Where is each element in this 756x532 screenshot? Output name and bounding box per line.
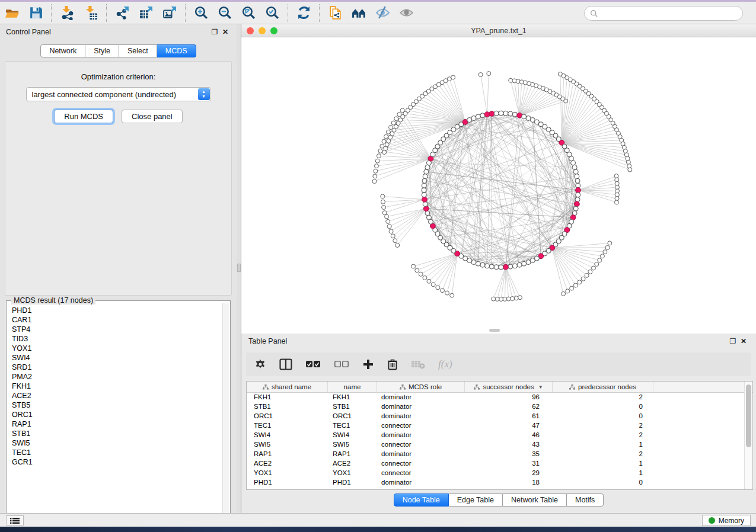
table-vscrollbar[interactable] bbox=[744, 382, 752, 489]
table-cell[interactable]: 29 bbox=[465, 469, 553, 478]
table-cell[interactable]: TEC1 bbox=[328, 421, 377, 431]
mcds-result-item[interactable]: ORC1 bbox=[12, 410, 222, 419]
table-cell[interactable]: ORC1 bbox=[328, 412, 377, 421]
table-cell[interactable]: connector bbox=[377, 459, 465, 469]
import-table-button[interactable] bbox=[79, 4, 103, 23]
table-cell[interactable]: ACE2 bbox=[247, 459, 328, 469]
tab-motifs[interactable]: Motifs bbox=[567, 493, 604, 507]
mcds-result-item[interactable]: PHD1 bbox=[12, 306, 222, 315]
mcds-result-item[interactable]: SWI4 bbox=[12, 353, 222, 363]
mcds-result-item[interactable]: SWI5 bbox=[12, 438, 222, 448]
zoom-out-button[interactable] bbox=[213, 4, 237, 23]
table-cell[interactable]: TEC1 bbox=[247, 421, 328, 431]
table-cell[interactable]: FKH1 bbox=[328, 393, 377, 402]
table-cell[interactable]: dominator bbox=[377, 402, 465, 412]
zoom-fit-button[interactable] bbox=[237, 4, 260, 23]
table-cell[interactable]: SWI4 bbox=[247, 431, 328, 440]
table-row[interactable]: STB1STB1dominator620 bbox=[247, 402, 752, 412]
mcds-result-item[interactable]: STB5 bbox=[12, 400, 222, 410]
tab-select[interactable]: Select bbox=[119, 44, 157, 57]
mcds-result-item[interactable]: PMA2 bbox=[12, 372, 222, 382]
panel-splitter[interactable] bbox=[237, 24, 241, 513]
column-layout-button[interactable] bbox=[279, 358, 292, 370]
table-cell[interactable]: SWI4 bbox=[328, 431, 377, 440]
tab-network-table[interactable]: Network Table bbox=[503, 493, 567, 507]
table-row[interactable]: SWI5SWI5connector431 bbox=[247, 440, 752, 450]
network-window-titlebar[interactable]: YPA_prune.txt_1 bbox=[241, 24, 756, 37]
mcds-result-list[interactable]: PHD1CAR1STP4TID3YOX1SWI4SRD1PMA2FKH1ACE2… bbox=[7, 303, 222, 520]
close-window-icon[interactable] bbox=[247, 27, 254, 34]
minimize-window-icon[interactable] bbox=[259, 27, 266, 34]
tab-node-table[interactable]: Node Table bbox=[394, 493, 449, 507]
table-cell[interactable]: STB1 bbox=[328, 402, 377, 412]
import-network-button[interactable] bbox=[55, 4, 79, 23]
table-cell[interactable]: 62 bbox=[465, 402, 553, 412]
table-cell[interactable]: RAP1 bbox=[328, 450, 377, 459]
table-cell[interactable]: 2 bbox=[553, 431, 653, 440]
table-cell[interactable]: SWI5 bbox=[328, 440, 377, 450]
zoom-selected-button[interactable] bbox=[260, 4, 284, 23]
export-table-button[interactable] bbox=[134, 4, 158, 23]
function-builder-button[interactable]: f(x) bbox=[438, 358, 452, 370]
first-neighbors-button[interactable] bbox=[347, 4, 371, 23]
table-cell[interactable]: 2 bbox=[553, 450, 653, 459]
table-cell[interactable]: RAP1 bbox=[247, 450, 328, 459]
table-vscroll-thumb[interactable] bbox=[746, 384, 751, 447]
mcds-result-item[interactable]: CAR1 bbox=[12, 315, 222, 325]
table-cell[interactable]: PHD1 bbox=[247, 478, 328, 488]
table-cell[interactable]: dominator bbox=[377, 450, 465, 459]
table-cell[interactable]: 0 bbox=[553, 478, 653, 488]
table-row[interactable]: SWI4SWI4dominator462 bbox=[247, 431, 752, 440]
table-cell[interactable]: 1 bbox=[553, 469, 653, 478]
column-header-predecessor-nodes[interactable]: predecessor nodes bbox=[553, 382, 653, 392]
table-cell[interactable]: 43 bbox=[465, 440, 553, 450]
export-network-button[interactable] bbox=[110, 4, 134, 23]
search-box[interactable] bbox=[584, 6, 743, 21]
search-input[interactable] bbox=[598, 9, 742, 18]
tab-style[interactable]: Style bbox=[85, 44, 119, 57]
save-session-button[interactable] bbox=[24, 4, 47, 23]
table-cell[interactable]: dominator bbox=[377, 412, 465, 421]
task-history-button[interactable] bbox=[6, 515, 24, 525]
table-cell[interactable]: 1 bbox=[553, 440, 653, 450]
network-canvas[interactable] bbox=[241, 37, 756, 333]
column-header-shared-name[interactable]: shared name bbox=[247, 382, 328, 392]
mcds-result-item[interactable]: GCR1 bbox=[12, 457, 222, 467]
add-column-button[interactable] bbox=[362, 358, 374, 370]
mcds-list-scrollbar[interactable] bbox=[222, 303, 229, 520]
maximize-window-icon[interactable] bbox=[270, 27, 277, 34]
export-image-button[interactable] bbox=[158, 4, 181, 23]
column-header-MCDS-role[interactable]: MCDS role bbox=[377, 382, 465, 392]
table-cell[interactable]: YOX1 bbox=[247, 469, 328, 478]
table-cell[interactable]: 2 bbox=[553, 421, 653, 431]
tab-edge-table[interactable]: Edge Table bbox=[449, 493, 503, 507]
memory-button[interactable]: Memory bbox=[702, 515, 751, 526]
splitter-handle[interactable] bbox=[237, 264, 241, 272]
mcds-result-item[interactable]: SRD1 bbox=[12, 363, 222, 372]
select-all-checkboxes-button[interactable] bbox=[305, 360, 321, 368]
table-cell[interactable]: 0 bbox=[553, 402, 653, 412]
table-cell[interactable]: 18 bbox=[465, 478, 553, 488]
table-row[interactable]: TEC1TEC1connector472 bbox=[247, 421, 752, 431]
table-cell[interactable]: YOX1 bbox=[328, 469, 377, 478]
mcds-result-item[interactable]: FKH1 bbox=[12, 382, 222, 391]
close-panel-icon[interactable]: ✕ bbox=[220, 28, 231, 36]
table-cell[interactable]: 61 bbox=[465, 412, 553, 421]
hide-selected-button[interactable] bbox=[371, 4, 394, 23]
table-cell[interactable]: PHD1 bbox=[328, 478, 377, 488]
table-cell[interactable]: FKH1 bbox=[247, 393, 328, 402]
tab-network[interactable]: Network bbox=[40, 44, 85, 57]
show-all-button[interactable] bbox=[394, 4, 418, 23]
close-table-panel-icon[interactable]: ✕ bbox=[738, 337, 749, 345]
table-cell[interactable]: STB1 bbox=[247, 402, 328, 412]
table-row[interactable]: YOX1YOX1connector291 bbox=[247, 469, 752, 478]
float-panel-icon[interactable]: ❐ bbox=[209, 28, 220, 36]
table-cell[interactable]: connector bbox=[377, 421, 465, 431]
table-cell[interactable]: connector bbox=[377, 440, 465, 450]
deselect-all-checkboxes-button[interactable] bbox=[334, 360, 349, 368]
table-cell[interactable]: 96 bbox=[465, 393, 553, 402]
network-graph[interactable] bbox=[241, 37, 756, 333]
mcds-result-item[interactable]: ACE2 bbox=[12, 391, 222, 400]
table-cell[interactable]: dominator bbox=[377, 478, 465, 488]
apply-layout-button[interactable] bbox=[292, 4, 315, 23]
